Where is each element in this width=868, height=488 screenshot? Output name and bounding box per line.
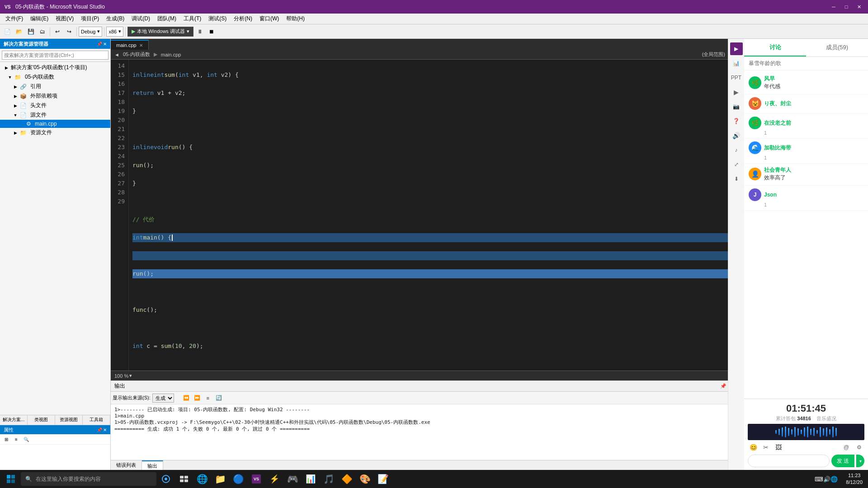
tab-solution[interactable]: 解决方案... (0, 415, 28, 425)
tb-undo[interactable]: ↩ (52, 26, 63, 37)
platform-dropdown[interactable]: x86 ▾ (106, 27, 123, 37)
taskbar-search[interactable]: 🔍 在这里输入你要搜索的内容 (21, 472, 156, 486)
task-icon-app12[interactable]: 🔶 (338, 470, 355, 488)
send-input[interactable] (748, 455, 830, 467)
menu-help[interactable]: 帮助(H) (283, 14, 308, 24)
menu-team[interactable]: 团队(M) (154, 14, 180, 24)
menu-test[interactable]: 测试(S) (205, 14, 230, 24)
code-editor[interactable]: 14 15 16 17 18 19 20 21 22 23 24 25 26 2… (111, 60, 744, 371)
restore-button[interactable]: □ (841, 2, 852, 11)
menu-tools[interactable]: 工具(T) (180, 14, 205, 24)
side-icon-vol[interactable]: 🔊 (730, 129, 743, 142)
emoji-smile-btn[interactable]: 😊 (748, 442, 759, 453)
scope-selector[interactable]: (全局范围) (702, 51, 725, 58)
tab-classview[interactable]: 类视图 (28, 415, 55, 425)
output-tab-output[interactable]: 输出 (142, 460, 163, 470)
menu-view[interactable]: 视图(V) (52, 14, 77, 24)
tab-toolbox[interactable]: 工具箱 (83, 415, 110, 425)
tree-sources[interactable]: ▼ 📄 源文件 (0, 110, 110, 120)
tree-resources[interactable]: ▶ 📁 资源文件 (0, 128, 110, 137)
run-button[interactable]: ▶ 本地 Windows 调试器 ▾ (127, 27, 193, 37)
nav-back-arrow[interactable]: ◄ (114, 52, 119, 57)
task-icon-app8[interactable]: ⚡ (266, 470, 283, 488)
sidebar-close-btn[interactable]: ✕ (103, 42, 107, 47)
output-pin-btn[interactable]: 📌 (718, 382, 728, 391)
minimize-button[interactable]: ─ (828, 2, 839, 11)
start-button[interactable] (2, 470, 20, 488)
menu-analyze[interactable]: 分析(N) (230, 14, 256, 24)
side-icon-1[interactable]: ▶ (730, 42, 743, 55)
task-icon-taskview[interactable] (175, 470, 193, 488)
task-icon-cortana[interactable] (157, 470, 175, 488)
prop-pin-btn[interactable]: 📌 (97, 427, 102, 432)
menu-file[interactable]: 文件(F) (2, 14, 27, 24)
chat-msg-3: 🌿 在没老之前 (749, 117, 863, 129)
tb-save-all[interactable]: 🗂 (37, 26, 48, 37)
editor-tab-main[interactable]: main.cpp ✕ (111, 40, 149, 50)
tb-open[interactable]: 📂 (14, 26, 24, 37)
task-icon-app13[interactable]: 🎨 (356, 470, 373, 488)
menu-debug[interactable]: 调试(D) (128, 14, 154, 24)
out-btn3[interactable]: ≡ (203, 394, 213, 403)
output-tab-errors[interactable]: 错误列表 (111, 460, 142, 470)
prop-close-btn[interactable]: ✕ (103, 427, 107, 432)
side-icon-dl[interactable]: ⬇ (730, 173, 743, 185)
task-icon-edge[interactable]: 🌐 (193, 470, 211, 488)
task-icon-app10[interactable]: 📊 (302, 470, 319, 488)
tab-resourceview[interactable]: 资源视图 (55, 415, 83, 425)
code-text[interactable]: inline int sum(int v1, int v2) { return … (129, 60, 744, 371)
task-icon-chrome[interactable]: 🔵 (230, 470, 247, 488)
tree-maincpp[interactable]: ⚙ main.cpp (0, 120, 110, 128)
editor-tab-close[interactable]: ✕ (139, 43, 143, 48)
sidebar-pin-btn[interactable]: 📌 (97, 42, 102, 47)
tree-external[interactable]: ▶ 📦 外部依赖项 (0, 91, 110, 101)
svg-rect-9 (184, 476, 188, 479)
side-icon-video[interactable]: ▶ (730, 86, 743, 99)
close-button[interactable]: ✕ (854, 2, 864, 11)
send-dropdown-btn[interactable]: ▾ (856, 455, 864, 467)
out-btn1[interactable]: ⏪ (181, 394, 191, 403)
debug-config-dropdown[interactable]: Debug ▾ (79, 27, 102, 37)
menu-build[interactable]: 生成(B) (103, 14, 128, 24)
out-btn4[interactable]: 🔄 (214, 394, 224, 403)
task-icon-explorer[interactable]: 📁 (212, 470, 229, 488)
side-icon-cam[interactable]: 📷 (730, 100, 743, 113)
rp-tab-discuss[interactable]: 讨论 (744, 39, 806, 56)
rp-tab-members[interactable]: 成员(59) (806, 39, 868, 56)
side-icon-q[interactable]: ❓ (730, 115, 743, 127)
emoji-image-btn[interactable]: 🖼 (773, 442, 784, 453)
tree-headers[interactable]: ▶ 📄 头文件 (0, 101, 110, 110)
tb-save[interactable]: 💾 (25, 26, 36, 37)
prop-btn2[interactable]: ≡ (12, 435, 21, 443)
tree-solution[interactable]: ▶ 解决方案'05-内联函数'(1个项目) (0, 63, 110, 72)
side-icon-ppt[interactable]: PPT (730, 71, 743, 84)
output-title: 输出 (114, 382, 125, 390)
send-button[interactable]: 发 送 (831, 455, 854, 467)
settings-btn-chat[interactable]: ⚙ (854, 442, 864, 453)
tb-redo[interactable]: ↪ (64, 26, 75, 37)
menu-edit[interactable]: 编辑(E) (27, 14, 52, 24)
tree-references[interactable]: ▶ 🔗 引用 (0, 82, 110, 91)
task-icon-app11[interactable]: 🎵 (320, 470, 337, 488)
prop-btn3[interactable]: 🔍 (22, 435, 31, 443)
task-icon-vs[interactable]: VS (248, 470, 265, 488)
menu-project[interactable]: 项目(P) (77, 14, 103, 24)
emoji-scissors-btn[interactable]: ✂ (760, 442, 771, 453)
task-icon-app14[interactable]: 📝 (374, 470, 392, 488)
tb-new[interactable]: 📄 (2, 26, 13, 37)
menu-window[interactable]: 窗口(W) (256, 14, 283, 24)
side-icon-2[interactable]: 📊 (730, 57, 743, 70)
at-btn[interactable]: @ (841, 442, 852, 453)
tb-stop[interactable]: ⏹ (206, 26, 217, 37)
code-line-18: inline void run() { (132, 143, 740, 152)
tb-breakpoint[interactable]: ⏸ (194, 26, 205, 37)
side-icon-expand[interactable]: ⤢ (730, 158, 743, 171)
out-btn2[interactable]: ⏩ (192, 394, 202, 403)
side-icon-music[interactable]: ♪ (730, 144, 743, 156)
taskbar-clock[interactable]: 11:23 8/12/20 (842, 472, 866, 486)
sidebar-search-input[interactable] (2, 51, 108, 60)
output-source-select[interactable]: 生成 (152, 394, 174, 403)
task-icon-app9[interactable]: 🎮 (284, 470, 301, 488)
prop-btn1[interactable]: ⊞ (2, 435, 11, 443)
tree-project[interactable]: ▼ 📁 05-内联函数 (0, 72, 110, 82)
